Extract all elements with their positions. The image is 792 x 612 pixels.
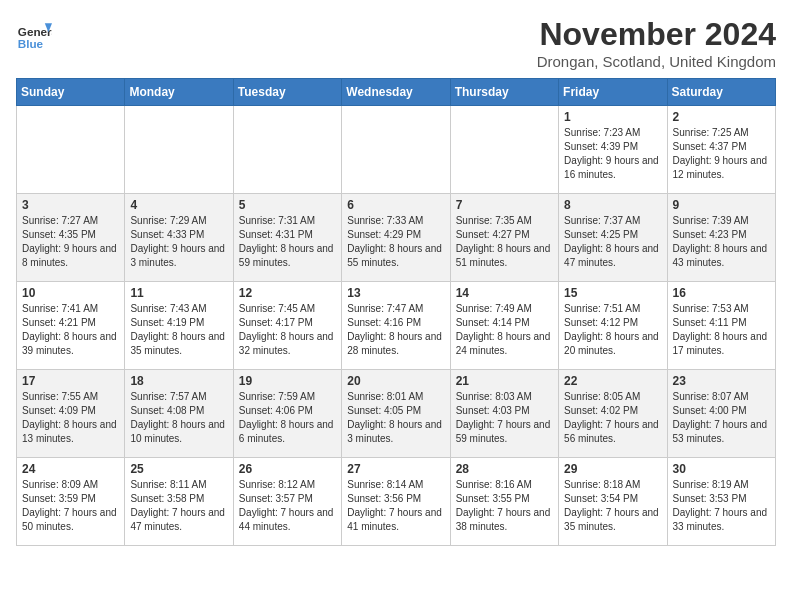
day-info: Sunrise: 7:25 AM Sunset: 4:37 PM Dayligh… [673,126,770,182]
title-block: November 2024 Drongan, Scotland, United … [537,16,776,70]
day-info: Sunrise: 7:29 AM Sunset: 4:33 PM Dayligh… [130,214,227,270]
day-info: Sunrise: 7:23 AM Sunset: 4:39 PM Dayligh… [564,126,661,182]
calendar-cell: 30Sunrise: 8:19 AM Sunset: 3:53 PM Dayli… [667,458,775,546]
day-info: Sunrise: 7:37 AM Sunset: 4:25 PM Dayligh… [564,214,661,270]
day-info: Sunrise: 8:07 AM Sunset: 4:00 PM Dayligh… [673,390,770,446]
logo: General Blue [16,16,52,52]
calendar-cell: 18Sunrise: 7:57 AM Sunset: 4:08 PM Dayli… [125,370,233,458]
day-info: Sunrise: 8:14 AM Sunset: 3:56 PM Dayligh… [347,478,444,534]
calendar-cell [17,106,125,194]
day-number: 27 [347,462,444,476]
day-number: 2 [673,110,770,124]
logo-icon: General Blue [16,16,52,52]
calendar-table: SundayMondayTuesdayWednesdayThursdayFrid… [16,78,776,546]
calendar-cell: 8Sunrise: 7:37 AM Sunset: 4:25 PM Daylig… [559,194,667,282]
day-info: Sunrise: 7:49 AM Sunset: 4:14 PM Dayligh… [456,302,553,358]
calendar-week-row: 3Sunrise: 7:27 AM Sunset: 4:35 PM Daylig… [17,194,776,282]
calendar-cell [450,106,558,194]
day-info: Sunrise: 8:09 AM Sunset: 3:59 PM Dayligh… [22,478,119,534]
weekday-header-sunday: Sunday [17,79,125,106]
location: Drongan, Scotland, United Kingdom [537,53,776,70]
day-number: 17 [22,374,119,388]
calendar-week-row: 1Sunrise: 7:23 AM Sunset: 4:39 PM Daylig… [17,106,776,194]
day-number: 1 [564,110,661,124]
day-number: 20 [347,374,444,388]
day-info: Sunrise: 7:53 AM Sunset: 4:11 PM Dayligh… [673,302,770,358]
weekday-header-friday: Friday [559,79,667,106]
calendar-cell: 6Sunrise: 7:33 AM Sunset: 4:29 PM Daylig… [342,194,450,282]
day-info: Sunrise: 7:31 AM Sunset: 4:31 PM Dayligh… [239,214,336,270]
day-info: Sunrise: 8:11 AM Sunset: 3:58 PM Dayligh… [130,478,227,534]
day-info: Sunrise: 7:47 AM Sunset: 4:16 PM Dayligh… [347,302,444,358]
weekday-header-tuesday: Tuesday [233,79,341,106]
day-info: Sunrise: 7:45 AM Sunset: 4:17 PM Dayligh… [239,302,336,358]
day-number: 8 [564,198,661,212]
day-number: 29 [564,462,661,476]
day-number: 4 [130,198,227,212]
day-info: Sunrise: 7:59 AM Sunset: 4:06 PM Dayligh… [239,390,336,446]
day-info: Sunrise: 7:33 AM Sunset: 4:29 PM Dayligh… [347,214,444,270]
day-number: 25 [130,462,227,476]
day-number: 30 [673,462,770,476]
calendar-cell: 21Sunrise: 8:03 AM Sunset: 4:03 PM Dayli… [450,370,558,458]
day-info: Sunrise: 8:01 AM Sunset: 4:05 PM Dayligh… [347,390,444,446]
day-info: Sunrise: 7:57 AM Sunset: 4:08 PM Dayligh… [130,390,227,446]
day-info: Sunrise: 7:51 AM Sunset: 4:12 PM Dayligh… [564,302,661,358]
calendar-cell: 14Sunrise: 7:49 AM Sunset: 4:14 PM Dayli… [450,282,558,370]
day-number: 13 [347,286,444,300]
weekday-header-thursday: Thursday [450,79,558,106]
day-info: Sunrise: 8:19 AM Sunset: 3:53 PM Dayligh… [673,478,770,534]
day-number: 14 [456,286,553,300]
calendar-cell: 19Sunrise: 7:59 AM Sunset: 4:06 PM Dayli… [233,370,341,458]
day-info: Sunrise: 7:35 AM Sunset: 4:27 PM Dayligh… [456,214,553,270]
day-info: Sunrise: 7:43 AM Sunset: 4:19 PM Dayligh… [130,302,227,358]
calendar-cell: 27Sunrise: 8:14 AM Sunset: 3:56 PM Dayli… [342,458,450,546]
calendar-cell: 22Sunrise: 8:05 AM Sunset: 4:02 PM Dayli… [559,370,667,458]
day-number: 24 [22,462,119,476]
calendar-cell: 24Sunrise: 8:09 AM Sunset: 3:59 PM Dayli… [17,458,125,546]
calendar-cell: 15Sunrise: 7:51 AM Sunset: 4:12 PM Dayli… [559,282,667,370]
day-number: 10 [22,286,119,300]
calendar-week-row: 17Sunrise: 7:55 AM Sunset: 4:09 PM Dayli… [17,370,776,458]
day-number: 6 [347,198,444,212]
calendar-cell [342,106,450,194]
day-number: 11 [130,286,227,300]
day-info: Sunrise: 8:03 AM Sunset: 4:03 PM Dayligh… [456,390,553,446]
day-number: 19 [239,374,336,388]
calendar-cell: 26Sunrise: 8:12 AM Sunset: 3:57 PM Dayli… [233,458,341,546]
day-info: Sunrise: 8:12 AM Sunset: 3:57 PM Dayligh… [239,478,336,534]
day-number: 16 [673,286,770,300]
calendar-cell [233,106,341,194]
calendar-cell: 7Sunrise: 7:35 AM Sunset: 4:27 PM Daylig… [450,194,558,282]
day-info: Sunrise: 8:05 AM Sunset: 4:02 PM Dayligh… [564,390,661,446]
day-number: 23 [673,374,770,388]
calendar-cell: 9Sunrise: 7:39 AM Sunset: 4:23 PM Daylig… [667,194,775,282]
weekday-header-saturday: Saturday [667,79,775,106]
calendar-cell: 2Sunrise: 7:25 AM Sunset: 4:37 PM Daylig… [667,106,775,194]
calendar-cell: 12Sunrise: 7:45 AM Sunset: 4:17 PM Dayli… [233,282,341,370]
day-number: 28 [456,462,553,476]
day-number: 22 [564,374,661,388]
day-number: 21 [456,374,553,388]
svg-text:Blue: Blue [18,37,44,50]
calendar-cell: 20Sunrise: 8:01 AM Sunset: 4:05 PM Dayli… [342,370,450,458]
weekday-header-wednesday: Wednesday [342,79,450,106]
calendar-cell: 10Sunrise: 7:41 AM Sunset: 4:21 PM Dayli… [17,282,125,370]
month-title: November 2024 [537,16,776,53]
day-number: 26 [239,462,336,476]
day-number: 9 [673,198,770,212]
calendar-week-row: 10Sunrise: 7:41 AM Sunset: 4:21 PM Dayli… [17,282,776,370]
calendar-cell: 3Sunrise: 7:27 AM Sunset: 4:35 PM Daylig… [17,194,125,282]
day-info: Sunrise: 7:39 AM Sunset: 4:23 PM Dayligh… [673,214,770,270]
day-info: Sunrise: 7:55 AM Sunset: 4:09 PM Dayligh… [22,390,119,446]
calendar-cell: 25Sunrise: 8:11 AM Sunset: 3:58 PM Dayli… [125,458,233,546]
day-info: Sunrise: 8:18 AM Sunset: 3:54 PM Dayligh… [564,478,661,534]
calendar-cell: 5Sunrise: 7:31 AM Sunset: 4:31 PM Daylig… [233,194,341,282]
day-number: 5 [239,198,336,212]
calendar-week-row: 24Sunrise: 8:09 AM Sunset: 3:59 PM Dayli… [17,458,776,546]
day-number: 7 [456,198,553,212]
day-info: Sunrise: 7:27 AM Sunset: 4:35 PM Dayligh… [22,214,119,270]
weekday-header-row: SundayMondayTuesdayWednesdayThursdayFrid… [17,79,776,106]
calendar-cell: 23Sunrise: 8:07 AM Sunset: 4:00 PM Dayli… [667,370,775,458]
calendar-cell: 16Sunrise: 7:53 AM Sunset: 4:11 PM Dayli… [667,282,775,370]
